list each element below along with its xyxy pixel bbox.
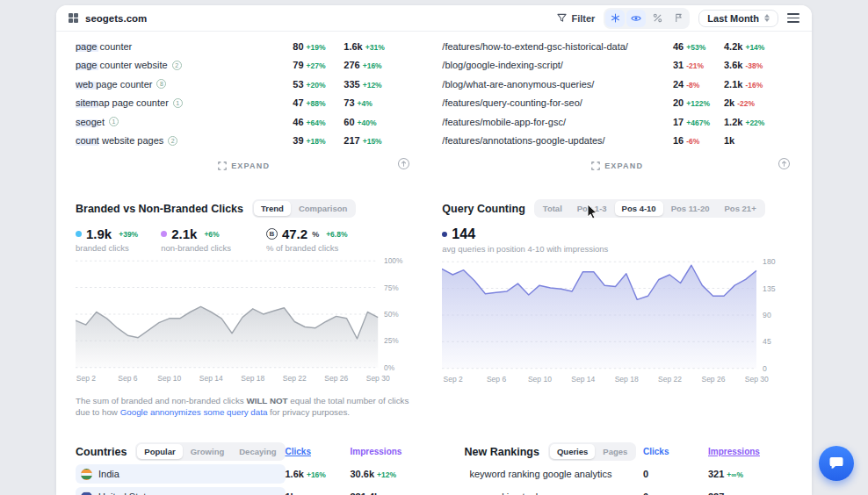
- svg-text:90: 90: [763, 311, 771, 319]
- branded-section: Branded vs Non-Branded Clicks TrendCompa…: [76, 176, 412, 418]
- row-label: sitemap page counter1: [76, 97, 293, 108]
- new-rankings-list: keyword ranking google analytics0321+∞%s…: [465, 464, 793, 495]
- query-counting-tabs: TotalPos 1-3Pos 4-10Pos 11-20Pos 21+: [534, 199, 765, 218]
- list-item[interactable]: United States1k+5%331.4k-12%: [76, 487, 435, 495]
- queries-export-button[interactable]: [397, 157, 410, 174]
- chat-icon: [828, 455, 845, 472]
- query-counting-chart[interactable]: 18013590450 Sep 2Sep 6Sep 10Sep 14Sep 18…: [442, 259, 792, 385]
- chevron-updown-icon: [764, 14, 770, 22]
- tab-pages[interactable]: Pages: [596, 444, 634, 459]
- x-tick-label: Sep 22: [658, 375, 682, 384]
- date-range-dropdown[interactable]: Last Month: [698, 10, 778, 27]
- query-row[interactable]: page counter website279+27%276+16%: [76, 56, 412, 75]
- branded-dot-icon: [76, 231, 82, 237]
- clicks-cell: 53+20%: [293, 79, 344, 90]
- countries-impressions-header[interactable]: Impressions: [351, 447, 435, 456]
- x-tick-label: Sep 26: [701, 375, 725, 384]
- impressions-cell: 335+12%: [344, 79, 412, 90]
- tab-pos-4-10[interactable]: Pos 4-10: [615, 201, 663, 216]
- query-row[interactable]: count website pages239+18%217+15%: [76, 132, 412, 151]
- branded-trend-chart[interactable]: 100%75%50%25%0% Sep 2Sep 6Sep 10Sep 14Se…: [76, 258, 412, 384]
- dashboard-card: seogets.com Filter: [56, 5, 812, 495]
- row-label: seoget1: [76, 117, 293, 127]
- india-flag-icon: [81, 469, 92, 480]
- tab-decaying[interactable]: Decaying: [232, 444, 283, 459]
- x-tick-label: Sep 18: [241, 374, 264, 383]
- impressions-cell: 217+15%: [344, 135, 412, 146]
- impressions-cell: 60+40%: [344, 117, 412, 127]
- new-rankings-section: New Rankings QueriesPages Clicks Impress…: [465, 418, 793, 495]
- impressions-cell: 73+4%: [344, 97, 412, 108]
- impressions-cell: 1.2k+22%: [724, 117, 792, 127]
- filter-button[interactable]: Filter: [557, 13, 595, 24]
- row-label: /features/query-counting-for-seo/: [442, 97, 673, 108]
- tab-growing[interactable]: Growing: [184, 444, 232, 459]
- tab-pos-11-20[interactable]: Pos 11-20: [664, 201, 717, 216]
- view-toggle-group: [604, 8, 690, 29]
- page-row[interactable]: /features/how-to-extend-gsc-historical-d…: [442, 37, 792, 56]
- pages-expand-button[interactable]: EXPAND: [591, 161, 643, 170]
- page-row[interactable]: /blog/what-are-anonymous-queries/24-8%2.…: [442, 75, 792, 94]
- tab-trend[interactable]: Trend: [254, 201, 291, 216]
- impressions-cell: 331.4k-12%: [351, 491, 435, 495]
- annotations-toggle[interactable]: [669, 10, 688, 27]
- query-row[interactable]: web page counter853+20%335+12%: [76, 75, 412, 94]
- nonbranded-dot-icon: [161, 231, 167, 237]
- page-row[interactable]: /features/mobile-app-for-gsc/17+467%1.2k…: [442, 112, 792, 132]
- rank-badge: 2: [168, 136, 177, 146]
- clicks-cell: 1k+5%: [286, 491, 351, 495]
- impressions-cell: 2k-22%: [724, 97, 792, 108]
- countries-tabs: PopularGrowingDecaying: [135, 442, 285, 461]
- x-tick-label: Sep 26: [324, 374, 348, 383]
- clicks-cell: 80+19%: [293, 41, 344, 52]
- list-item[interactable]: India1.6k+16%30.6k+12%: [76, 464, 435, 484]
- branded-tabs: TrendComparison: [252, 199, 356, 218]
- impressions-cell: 227+∞%: [708, 491, 792, 495]
- branded-section-title: Branded vs Non-Branded Clicks: [76, 203, 243, 215]
- tab-total[interactable]: Total: [536, 201, 569, 216]
- page-row[interactable]: /features/annotations-google-updates/16-…: [442, 132, 792, 151]
- magic-toggle[interactable]: [605, 10, 625, 27]
- pages-table: /features/how-to-extend-gsc-historical-d…: [442, 37, 792, 150]
- impressions-cell: 1.6k+31%: [344, 41, 412, 52]
- tab-pos-1-3[interactable]: Pos 1-3: [570, 201, 614, 216]
- tab-popular[interactable]: Popular: [137, 444, 182, 459]
- svg-text:180: 180: [763, 259, 775, 266]
- export-icon: [397, 157, 410, 170]
- x-tick-label: Sep 22: [283, 374, 307, 383]
- tab-comparison[interactable]: Comparison: [292, 201, 354, 216]
- rankings-impressions-header[interactable]: Impressions: [708, 447, 792, 456]
- percent-toggle[interactable]: [647, 10, 667, 27]
- sparkle-icon: [611, 13, 620, 23]
- tab-queries[interactable]: Queries: [550, 444, 595, 459]
- filter-label: Filter: [571, 13, 595, 24]
- x-tick-label: Sep 18: [615, 375, 639, 384]
- tab-pos-21-[interactable]: Pos 21+: [718, 201, 763, 216]
- date-range-value: Last Month: [707, 13, 759, 24]
- svg-text:25%: 25%: [384, 336, 399, 345]
- list-item[interactable]: seo ranking tool0227+∞%: [465, 487, 793, 495]
- visibility-toggle[interactable]: [626, 10, 646, 27]
- x-tick-label: Sep 6: [118, 374, 137, 383]
- rankings-clicks-header[interactable]: Clicks: [643, 447, 708, 456]
- query-chart-x-axis: Sep 2Sep 6Sep 10Sep 14Sep 18Sep 22Sep 26…: [442, 375, 792, 385]
- query-row[interactable]: sitemap page counter147+88%73+4%: [76, 94, 412, 113]
- query-row[interactable]: page counter80+19%1.6k+31%: [76, 37, 412, 56]
- menu-button[interactable]: [787, 13, 799, 23]
- queries-expand-button[interactable]: EXPAND: [218, 161, 270, 170]
- site-identity[interactable]: seogets.com: [69, 13, 147, 24]
- pages-export-button[interactable]: [778, 157, 791, 174]
- x-tick-label: Sep 30: [366, 374, 390, 383]
- page-row[interactable]: /features/query-counting-for-seo/20+122%…: [442, 94, 792, 113]
- anonymized-data-link[interactable]: Google annonymizes some query data: [120, 407, 268, 417]
- funnel-icon: [557, 13, 567, 23]
- chat-widget-button[interactable]: [819, 446, 854, 481]
- svg-text:50%: 50%: [384, 310, 399, 319]
- query-row[interactable]: seoget146+64%60+40%: [76, 112, 412, 132]
- countries-clicks-header[interactable]: Clicks: [286, 447, 351, 456]
- page-row[interactable]: /blog/google-indexing-script/31-21%3.6k-…: [442, 56, 792, 75]
- list-item[interactable]: keyword ranking google analytics0321+∞%: [465, 464, 793, 484]
- svg-text:75%: 75%: [384, 283, 399, 291]
- flag-icon: [674, 13, 684, 23]
- queries-table: page counter80+19%1.6k+31%page counter w…: [76, 37, 412, 150]
